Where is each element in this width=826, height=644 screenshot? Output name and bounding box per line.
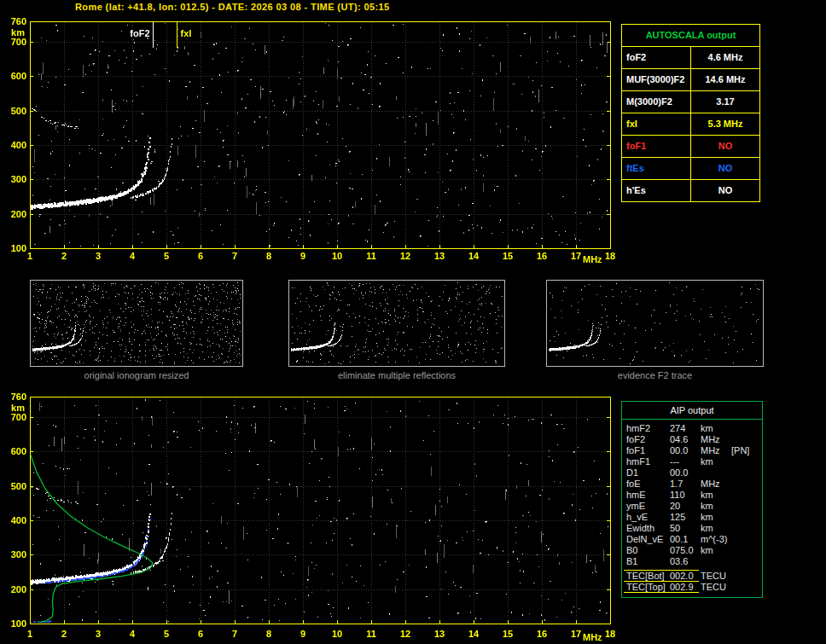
autoscala-row-value: 4.6 MHz xyxy=(691,47,759,68)
aip-param-unit xyxy=(701,467,731,479)
aip-row: foF204.6MHz xyxy=(622,434,762,445)
autoscala-table-header: AUTOSCALA output xyxy=(622,25,759,47)
aip-row: hmE110km xyxy=(622,490,762,501)
aip-param-extra xyxy=(731,545,762,556)
bottom-ionogram-chart xyxy=(0,391,619,644)
aip-param-value: --- xyxy=(670,456,701,467)
aip-param-name: ymE xyxy=(622,501,670,512)
aip-param-unit: km xyxy=(701,456,731,467)
aip-param-unit: km xyxy=(701,523,731,534)
thumbnail-caption: eliminate multiple reflections xyxy=(288,370,505,380)
aip-param-value: 075.0 xyxy=(670,545,701,556)
aip-param-name: foF2 xyxy=(622,434,670,445)
aip-param-name: TEC[Top] xyxy=(622,582,670,593)
aip-row: foE1.7MHz xyxy=(622,479,762,490)
aip-row-tec-top: TEC[Top]002.9TECU xyxy=(622,582,762,593)
aip-param-name: Ewidth xyxy=(622,523,670,534)
autoscala-row-value: 5.3 MHz xyxy=(691,113,759,135)
autoscala-row: foF1NO xyxy=(622,136,759,158)
aip-param-extra xyxy=(731,512,762,523)
autoscala-row-label: foF1 xyxy=(622,136,691,157)
autoscala-row-value: 14.6 MHz xyxy=(691,69,759,90)
autoscala-table: AUTOSCALA output foF24.6 MHz MUF(3000)F2… xyxy=(621,24,760,202)
aip-param-unit: km xyxy=(701,423,731,434)
aip-param-extra xyxy=(731,490,762,501)
aip-row: B103.6 xyxy=(622,556,762,567)
aip-param-name: hmF1 xyxy=(622,456,670,467)
autoscala-row-label: MUF(3000)F2 xyxy=(622,69,691,90)
top-ionogram-chart xyxy=(0,17,619,270)
aip-rows: hmF2274km foF204.6MHz foF100.0MHz[PN] hm… xyxy=(622,420,762,593)
aip-output-box: AIP output hmF2274km foF204.6MHz foF100.… xyxy=(621,401,763,598)
aip-param-unit: MHz xyxy=(701,479,731,490)
aip-row: h_vE125km xyxy=(622,512,762,523)
aip-output-header: AIP output xyxy=(622,402,762,420)
autoscala-row-label: h'Es xyxy=(622,180,691,201)
autoscala-row: ftEsNO xyxy=(622,158,759,180)
thumbnail-original-ionogram xyxy=(30,280,243,367)
aip-param-name: DelN_vE xyxy=(622,534,670,545)
autoscala-row-label: foF2 xyxy=(622,47,691,68)
aip-param-name: B0 xyxy=(622,545,670,556)
aip-param-value: 03.6 xyxy=(670,556,701,567)
autoscala-row-value: NO xyxy=(691,136,759,157)
aip-param-name: B1 xyxy=(622,556,670,567)
aip-row: D100.0 xyxy=(622,467,762,479)
aip-param-unit: km xyxy=(701,545,731,556)
autoscala-row: fxI5.3 MHz xyxy=(622,113,759,136)
aip-param-unit: km xyxy=(701,512,731,523)
aip-param-value: 1.7 xyxy=(670,479,701,490)
thumbnail-eliminate-reflections xyxy=(288,280,505,367)
aip-param-extra xyxy=(731,582,762,593)
aip-param-extra xyxy=(731,501,762,512)
page-title: Rome (lat: +41.8, lon: 012.5) - DATE: 20… xyxy=(75,2,390,12)
aip-param-extra xyxy=(731,456,762,467)
autoscala-screen: Rome (lat: +41.8, lon: 012.5) - DATE: 20… xyxy=(0,0,826,644)
aip-param-value: 002.9 xyxy=(670,582,701,593)
aip-row: Ewidth50km xyxy=(622,523,762,534)
aip-row: hmF1---km xyxy=(622,456,762,467)
aip-param-unit: MHz xyxy=(701,434,731,445)
aip-param-name: foF1 xyxy=(622,445,670,456)
aip-row: ymE20km xyxy=(622,501,762,512)
autoscala-row: h'EsNO xyxy=(622,180,759,201)
thumbnail-caption: original ionogram resized xyxy=(30,370,243,380)
aip-param-extra xyxy=(731,534,762,545)
autoscala-row-label: M(3000)F2 xyxy=(622,91,691,113)
aip-param-unit: km xyxy=(701,490,731,501)
aip-param-value: 50 xyxy=(670,523,701,534)
aip-param-name: foE xyxy=(622,479,670,490)
aip-param-name: TEC[Bot] xyxy=(622,571,670,582)
aip-param-value: 125 xyxy=(670,512,701,523)
aip-param-name: hmE xyxy=(622,490,670,501)
aip-param-extra xyxy=(731,523,762,534)
aip-param-name: h_vE xyxy=(622,512,670,523)
autoscala-row: MUF(3000)F214.6 MHz xyxy=(622,69,759,91)
thumbnail-evidence-f2-trace xyxy=(546,280,764,367)
aip-row: foF100.0MHz[PN] xyxy=(622,445,762,456)
aip-row: B0075.0km xyxy=(622,545,762,556)
aip-param-value: 00.1 xyxy=(670,534,701,545)
aip-param-extra xyxy=(731,423,762,434)
autoscala-row-label: fxI xyxy=(622,113,691,135)
thumbnail-caption: evidence F2 trace xyxy=(546,370,764,380)
aip-row: DelN_vE00.1m^(-3) xyxy=(622,534,762,545)
autoscala-row: foF24.6 MHz xyxy=(622,47,759,69)
aip-param-name: hmF2 xyxy=(622,423,670,434)
aip-param-extra xyxy=(731,571,762,582)
aip-param-unit: m^(-3) xyxy=(701,534,731,545)
aip-param-value: 002.0 xyxy=(670,571,701,582)
aip-param-unit: TECU xyxy=(701,582,731,593)
aip-param-value: 110 xyxy=(670,490,701,501)
aip-param-extra xyxy=(731,556,762,567)
aip-param-unit xyxy=(701,556,731,567)
autoscala-row-value: 3.17 xyxy=(691,91,759,113)
autoscala-row: M(3000)F23.17 xyxy=(622,91,759,113)
aip-param-unit: km xyxy=(701,501,731,512)
aip-param-extra xyxy=(731,479,762,490)
aip-param-value: 20 xyxy=(670,501,701,512)
aip-param-unit: MHz xyxy=(701,445,731,456)
aip-param-value: 00.0 xyxy=(670,445,701,456)
aip-param-extra xyxy=(731,434,762,445)
aip-param-name: D1 xyxy=(622,467,670,479)
